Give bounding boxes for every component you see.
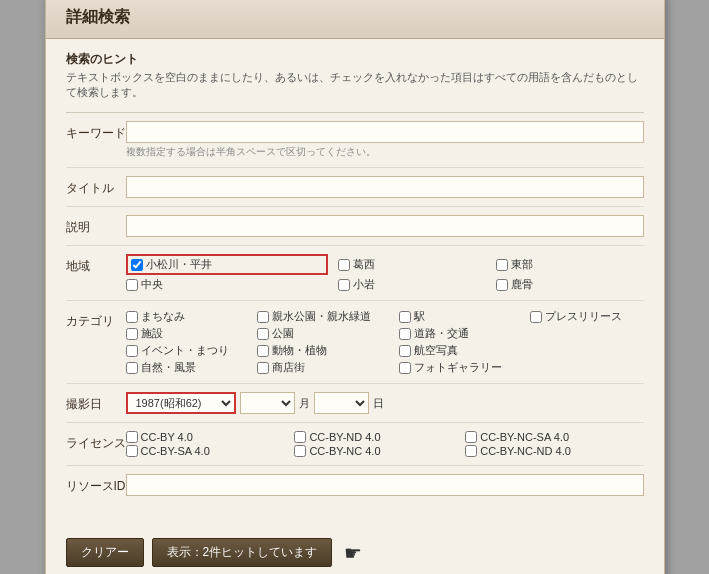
lic-by-nc-cb[interactable] <box>294 445 306 457</box>
region-kasai-checkbox[interactable] <box>338 259 350 271</box>
cat-shisetsu-cb[interactable] <box>126 328 138 340</box>
license-row: ライセンス CC-BY 4.0 CC-BY-ND 4.0 CC-BY-NC-SA… <box>66 431 644 466</box>
cat-shinsui[interactable]: 親水公園・親水緑道 <box>257 309 393 324</box>
resource-id-input[interactable] <box>126 474 644 496</box>
hint-text: テキストボックスを空白のままにしたり、あるいは、チェックを入れなかった項目はすべ… <box>66 70 644 101</box>
description-content <box>126 215 644 237</box>
region-group: 小松川・平井 葛西 東部 中央 <box>126 254 644 292</box>
region-shikahone-checkbox[interactable] <box>496 279 508 291</box>
description-input[interactable] <box>126 215 644 237</box>
cat-koen-cb[interactable] <box>257 328 269 340</box>
region-komatsu-checkbox[interactable] <box>131 259 143 271</box>
cat-shizen-cb[interactable] <box>126 362 138 374</box>
day-label: 日 <box>373 396 384 411</box>
cat-kouku[interactable]: 航空写真 <box>399 343 524 358</box>
lic-by-sa[interactable]: CC-BY-SA 4.0 <box>126 445 283 457</box>
category-row: カテゴリ まちなみ 親水公園・親水緑道 駅 プレスリリース 施設 公園 道路・交… <box>66 309 644 384</box>
region-shikahone[interactable]: 鹿骨 <box>496 277 644 292</box>
cat-photo[interactable]: フォトギャラリー <box>399 360 524 375</box>
resource-id-row: リソースID <box>66 474 644 504</box>
license-grid: CC-BY 4.0 CC-BY-ND 4.0 CC-BY-NC-SA 4.0 C… <box>126 431 644 457</box>
license-label: ライセンス <box>66 431 126 452</box>
cat-shizen[interactable]: 自然・風景 <box>126 360 251 375</box>
date-inputs: 1987(昭和62) 1988(昭和63) 1989(平成1) 1 2 月 1 <box>126 392 644 414</box>
lic-by[interactable]: CC-BY 4.0 <box>126 431 283 443</box>
cat-kouku-cb[interactable] <box>399 345 411 357</box>
keyword-hint: 複数指定する場合は半角スペースで区切ってください。 <box>126 145 644 159</box>
cat-dobutsu[interactable]: 動物・植物 <box>257 343 393 358</box>
lic-by-nc[interactable]: CC-BY-NC 4.0 <box>294 445 453 457</box>
cat-eki-cb[interactable] <box>399 311 411 323</box>
cursor-icon: ☛ <box>344 541 362 565</box>
keyword-content: 複数指定する場合は半角スペースで区切ってください。 <box>126 121 644 159</box>
date-row: 撮影日 1987(昭和62) 1988(昭和63) 1989(平成1) 1 2 … <box>66 392 644 423</box>
year-select[interactable]: 1987(昭和62) 1988(昭和63) 1989(平成1) <box>126 392 236 414</box>
lic-by-nc-sa-cb[interactable] <box>465 431 477 443</box>
title-content <box>126 176 644 198</box>
cat-doro-cb[interactable] <box>399 328 411 340</box>
resource-id-label: リソースID <box>66 474 126 495</box>
date-label: 撮影日 <box>66 392 126 413</box>
keyword-label: キーワード <box>66 121 126 142</box>
window-title: 詳細検索 <box>66 8 130 25</box>
cat-event[interactable]: イベント・まつり <box>126 343 251 358</box>
date-content: 1987(昭和62) 1988(昭和63) 1989(平成1) 1 2 月 1 <box>126 392 644 414</box>
title-label: タイトル <box>66 176 126 197</box>
region-row: 地域 小松川・平井 葛西 東部 <box>66 254 644 301</box>
region-komatsu[interactable]: 小松川・平井 <box>126 254 328 275</box>
lic-by-nc-nd-cb[interactable] <box>465 445 477 457</box>
title-row: タイトル <box>66 176 644 207</box>
cat-dobutsu-cb[interactable] <box>257 345 269 357</box>
region-chuo[interactable]: 中央 <box>126 277 328 292</box>
clear-button[interactable]: クリアー <box>66 538 144 567</box>
region-content: 小松川・平井 葛西 東部 中央 <box>126 254 644 292</box>
resource-id-content <box>126 474 644 496</box>
title-input[interactable] <box>126 176 644 198</box>
cat-photo-cb[interactable] <box>399 362 411 374</box>
search-window: 詳細検索 検索のヒント テキストボックスを空白のままにしたり、あるいは、チェック… <box>45 0 665 574</box>
region-kasai[interactable]: 葛西 <box>338 254 486 275</box>
description-label: 説明 <box>66 215 126 236</box>
hint-title: 検索のヒント <box>66 51 644 68</box>
lic-by-nc-sa[interactable]: CC-BY-NC-SA 4.0 <box>465 431 643 443</box>
category-content: まちなみ 親水公園・親水緑道 駅 プレスリリース 施設 公園 道路・交通 イベン… <box>126 309 644 375</box>
cat-machinami[interactable]: まちなみ <box>126 309 251 324</box>
cat-koen[interactable]: 公園 <box>257 326 393 341</box>
region-tobu-checkbox[interactable] <box>496 259 508 271</box>
month-select[interactable]: 1 2 <box>240 392 295 414</box>
cat-shotengai[interactable]: 商店街 <box>257 360 393 375</box>
day-select[interactable]: 1 <box>314 392 369 414</box>
region-koiwa[interactable]: 小岩 <box>338 277 486 292</box>
lic-by-sa-cb[interactable] <box>126 445 138 457</box>
license-content: CC-BY 4.0 CC-BY-ND 4.0 CC-BY-NC-SA 4.0 C… <box>126 431 644 457</box>
keyword-row: キーワード 複数指定する場合は半角スペースで区切ってください。 <box>66 121 644 168</box>
cat-press-cb[interactable] <box>530 311 542 323</box>
region-tobu[interactable]: 東部 <box>496 254 644 275</box>
region-koiwa-checkbox[interactable] <box>338 279 350 291</box>
cat-machinami-cb[interactable] <box>126 311 138 323</box>
cat-eki[interactable]: 駅 <box>399 309 524 324</box>
window-body: 検索のヒント テキストボックスを空白のままにしたり、あるいは、チェックを入れなか… <box>46 39 664 529</box>
cat-event-cb[interactable] <box>126 345 138 357</box>
cat-shisetsu[interactable]: 施設 <box>126 326 251 341</box>
month-label: 月 <box>299 396 310 411</box>
region-label: 地域 <box>66 254 126 275</box>
lic-by-cb[interactable] <box>126 431 138 443</box>
description-row: 説明 <box>66 215 644 246</box>
lic-by-nd-cb[interactable] <box>294 431 306 443</box>
lic-by-nc-nd[interactable]: CC-BY-NC-ND 4.0 <box>465 445 643 457</box>
category-label: カテゴリ <box>66 309 126 330</box>
cat-press[interactable]: プレスリリース <box>530 309 644 324</box>
cat-shinsui-cb[interactable] <box>257 311 269 323</box>
keyword-input[interactable] <box>126 121 644 143</box>
footer: クリアー 表示：2件ヒットしています ☛ <box>46 528 664 574</box>
lic-by-nd[interactable]: CC-BY-ND 4.0 <box>294 431 453 443</box>
hint-section: 検索のヒント テキストボックスを空白のままにしたり、あるいは、チェックを入れなか… <box>66 51 644 101</box>
cat-shotengai-cb[interactable] <box>257 362 269 374</box>
window-header: 詳細検索 <box>46 0 664 39</box>
search-button[interactable]: 表示：2件ヒットしています <box>152 538 333 567</box>
cat-doro[interactable]: 道路・交通 <box>399 326 524 341</box>
category-grid: まちなみ 親水公園・親水緑道 駅 プレスリリース 施設 公園 道路・交通 イベン… <box>126 309 644 375</box>
region-chuo-checkbox[interactable] <box>126 279 138 291</box>
divider <box>66 112 644 113</box>
